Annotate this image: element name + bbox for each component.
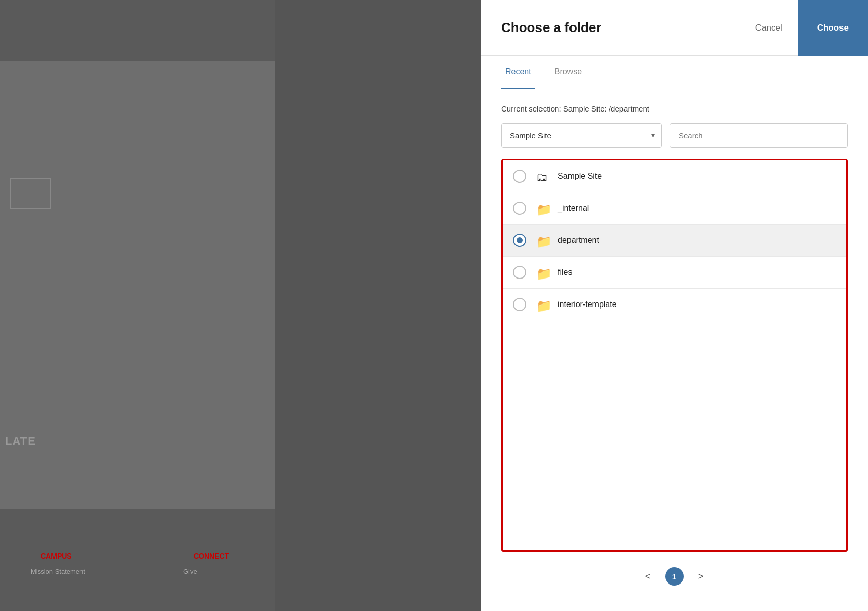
modal-header: Choose a folder Cancel Choose <box>481 0 868 56</box>
bg-campus-label: CAMPUS <box>41 552 72 560</box>
choose-folder-modal: Choose a folder Cancel Choose Recent Bro… <box>481 0 868 611</box>
bg-plate-text: LATE <box>5 435 36 448</box>
bg-give-label: Give <box>183 568 197 575</box>
folder-item-interior-template[interactable]: 📁 interior-template <box>503 289 846 320</box>
folder-yellow-icon-interior: 📁 <box>536 299 551 310</box>
folder-item-sample-site[interactable]: 🗂 Sample Site <box>503 160 846 192</box>
bg-connect-label: CONNECT <box>194 552 229 560</box>
background-panel: LATE CAMPUS CONNECT Mission Statement Gi… <box>0 0 275 611</box>
folder-item-files[interactable]: 📁 files <box>503 257 846 289</box>
folder-yellow-icon-department: 📁 <box>536 235 551 246</box>
radio-files[interactable] <box>513 266 526 279</box>
folder-list: 🗂 Sample Site 📁 _internal 📁 department <box>503 160 846 320</box>
folder-name-department: department <box>558 236 599 245</box>
tabs-bar: Recent Browse <box>481 56 868 89</box>
cancel-button[interactable]: Cancel <box>740 0 798 56</box>
bg-top-bar <box>0 0 275 61</box>
choose-button[interactable]: Choose <box>798 0 868 56</box>
radio-inner-dot <box>517 237 523 243</box>
tab-recent[interactable]: Recent <box>501 56 535 89</box>
folder-name-sample-site: Sample Site <box>558 172 602 181</box>
bg-mission-label: Mission Statement <box>31 568 85 575</box>
modal-title: Choose a folder <box>501 20 740 36</box>
bg-box <box>10 178 51 209</box>
folder-yellow-icon-internal: 📁 <box>536 203 551 214</box>
folder-yellow-icon-files: 📁 <box>536 267 551 278</box>
filters-row: Sample Site Another Site ▾ <box>501 123 848 148</box>
folder-item-internal[interactable]: 📁 _internal <box>503 192 846 225</box>
tab-browse[interactable]: Browse <box>551 56 586 89</box>
radio-internal[interactable] <box>513 202 526 215</box>
folder-list-container: 🗂 Sample Site 📁 _internal 📁 department <box>501 159 848 552</box>
folder-item-department[interactable]: 📁 department <box>503 225 846 257</box>
folder-name-files: files <box>558 268 572 277</box>
current-page-number: 1 <box>665 567 684 586</box>
modal-body: Current selection: Sample Site: /departm… <box>481 89 868 611</box>
search-input[interactable] <box>670 123 848 148</box>
folder-name-internal: _internal <box>558 204 589 213</box>
prev-page-button[interactable]: < <box>639 567 657 586</box>
radio-sample-site[interactable] <box>513 170 526 183</box>
current-selection-text: Current selection: Sample Site: /departm… <box>501 104 848 113</box>
bg-bottom-section: CAMPUS CONNECT Mission Statement Give <box>0 509 275 611</box>
folder-root-icon: 🗂 <box>536 171 551 182</box>
site-select-wrapper: Sample Site Another Site ▾ <box>501 123 662 148</box>
radio-interior-template[interactable] <box>513 298 526 311</box>
next-page-button[interactable]: > <box>692 567 710 586</box>
radio-department[interactable] <box>513 234 526 247</box>
folder-name-interior-template: interior-template <box>558 300 617 309</box>
site-dropdown[interactable]: Sample Site Another Site <box>501 123 662 148</box>
pagination: < 1 > <box>501 552 848 596</box>
